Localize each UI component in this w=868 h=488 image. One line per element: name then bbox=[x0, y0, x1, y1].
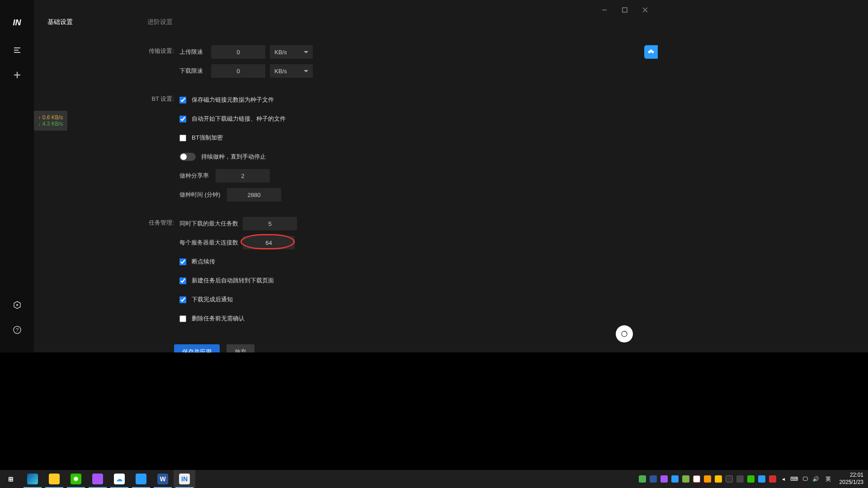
max-concurrent-label: 同时下载的最大任务数 bbox=[179, 220, 238, 228]
bt-save-metadata-checkbox[interactable] bbox=[179, 97, 186, 103]
chevron-down-icon bbox=[304, 70, 308, 72]
taskbar-app-purple[interactable] bbox=[87, 470, 108, 488]
tray-keyboard-icon[interactable]: ⌨ bbox=[789, 470, 800, 488]
download-limit-label: 下载限速 bbox=[179, 67, 207, 75]
download-speed: 4.3 KB/s bbox=[42, 121, 63, 127]
no-confirm-delete-checkbox[interactable] bbox=[179, 315, 186, 322]
speed-badge: ↑ 0.6 KB/s ↓ 4.3 KB/s bbox=[34, 111, 67, 131]
taskbar-baidu[interactable] bbox=[130, 470, 152, 488]
clock-time: 22:01 bbox=[840, 472, 863, 479]
tray-icon[interactable] bbox=[702, 470, 713, 488]
bt-section-label: BT 设置: bbox=[142, 92, 174, 106]
transfer-section-label: 传输设置: bbox=[142, 44, 174, 58]
bt-force-encrypt-label: BT强制加密 bbox=[192, 134, 223, 142]
jump-after-new-label: 新建任务后自动跳转到下载页面 bbox=[192, 277, 274, 285]
max-concurrent-input[interactable] bbox=[243, 217, 297, 230]
upload-unit-value: KB/s bbox=[274, 49, 287, 56]
tray-icon[interactable] bbox=[691, 470, 702, 488]
clock[interactable]: 22:01 2025/1/23 bbox=[835, 472, 868, 486]
upload-limit-label: 上传限速 bbox=[179, 48, 207, 56]
bt-force-encrypt-checkbox[interactable] bbox=[179, 135, 186, 141]
taskbar-explorer[interactable] bbox=[43, 470, 65, 488]
help-icon[interactable]: ? bbox=[8, 321, 26, 339]
download-limit-input[interactable] bbox=[211, 64, 265, 78]
upload-speed: 0.6 KB/s bbox=[42, 114, 63, 121]
download-unit-value: KB/s bbox=[274, 68, 287, 75]
menu-icon[interactable] bbox=[8, 41, 26, 59]
max-conn-input[interactable] bbox=[243, 236, 295, 249]
tab-advanced[interactable]: 进阶设置 bbox=[147, 18, 173, 26]
upload-unit-select[interactable]: KB/s bbox=[270, 45, 313, 59]
svg-point-1 bbox=[16, 304, 18, 306]
taskbar-wechat[interactable]: ✱ bbox=[65, 470, 87, 488]
tray-volume-icon[interactable]: 🔊 bbox=[811, 470, 821, 488]
resume-label: 断点续传 bbox=[192, 258, 215, 266]
tray-overflow-icon[interactable]: ◂ bbox=[778, 470, 789, 488]
seed-time-label: 做种时间 (分钟) bbox=[179, 191, 222, 199]
notify-done-checkbox[interactable] bbox=[179, 296, 186, 303]
no-confirm-delete-label: 删除任务前无需确认 bbox=[192, 314, 245, 323]
ime-indicator[interactable]: 英 bbox=[821, 470, 835, 488]
notify-done-label: 下载完成后通知 bbox=[192, 296, 233, 304]
tray-icon[interactable] bbox=[637, 470, 648, 488]
task-section-label: 任务管理: bbox=[142, 216, 174, 230]
keep-seeding-label: 持续做种，直到手动停止 bbox=[201, 153, 266, 161]
cloud-tab-icon[interactable] bbox=[644, 45, 658, 59]
svg-text:?: ? bbox=[15, 327, 18, 333]
upload-limit-input[interactable] bbox=[211, 45, 265, 59]
tray-icon[interactable] bbox=[670, 470, 680, 488]
taskbar-edge[interactable] bbox=[22, 470, 43, 488]
taskbar: ⊞ ✱ ☁ W IN ◂ ⌨ 🖵 🔊 英 22:01 2025/1/23 bbox=[0, 470, 868, 488]
bt-auto-start-checkbox[interactable] bbox=[179, 116, 186, 122]
float-ball-icon[interactable] bbox=[616, 325, 633, 343]
sidebar: IN ? bbox=[0, 0, 34, 352]
tray-icon[interactable] bbox=[680, 470, 691, 488]
download-unit-select[interactable]: KB/s bbox=[270, 64, 313, 78]
share-ratio-input[interactable] bbox=[216, 169, 270, 183]
tray-icon[interactable] bbox=[735, 470, 745, 488]
window-extension bbox=[658, 0, 868, 352]
jump-after-new-checkbox[interactable] bbox=[179, 277, 186, 284]
bt-auto-start-label: 自动开始下载磁力链接、种子的文件 bbox=[192, 115, 286, 123]
chevron-down-icon bbox=[304, 51, 308, 53]
tab-basic[interactable]: 基础设置 bbox=[47, 18, 73, 26]
tray-icon[interactable] bbox=[767, 470, 778, 488]
tray-display-icon[interactable]: 🖵 bbox=[800, 470, 811, 488]
start-button[interactable]: ⊞ bbox=[0, 470, 22, 488]
desktop-area bbox=[0, 352, 868, 470]
tray-icon[interactable] bbox=[648, 470, 659, 488]
taskbar-motrix[interactable]: IN bbox=[174, 470, 195, 488]
lab-icon[interactable] bbox=[8, 296, 26, 314]
svg-point-7 bbox=[650, 50, 652, 52]
taskbar-cloud[interactable]: ☁ bbox=[108, 470, 130, 488]
resume-checkbox[interactable] bbox=[179, 258, 186, 265]
clock-date: 2025/1/23 bbox=[840, 479, 863, 486]
bt-save-metadata-label: 保存磁力链接元数据为种子文件 bbox=[192, 96, 274, 104]
share-ratio-label: 做种分享率 bbox=[179, 172, 211, 180]
keep-seeding-toggle[interactable] bbox=[179, 153, 196, 161]
taskbar-word[interactable]: W bbox=[152, 470, 174, 488]
seed-time-input[interactable] bbox=[227, 188, 281, 202]
max-conn-label: 每个服务器最大连接数 bbox=[179, 239, 238, 247]
tray-icon[interactable] bbox=[724, 470, 735, 488]
tray-icon[interactable] bbox=[713, 470, 724, 488]
app-logo: IN bbox=[13, 18, 21, 28]
tray-icon[interactable] bbox=[756, 470, 767, 488]
tray-icon[interactable] bbox=[659, 470, 670, 488]
tray-icon[interactable] bbox=[745, 470, 756, 488]
add-icon[interactable] bbox=[8, 66, 26, 84]
